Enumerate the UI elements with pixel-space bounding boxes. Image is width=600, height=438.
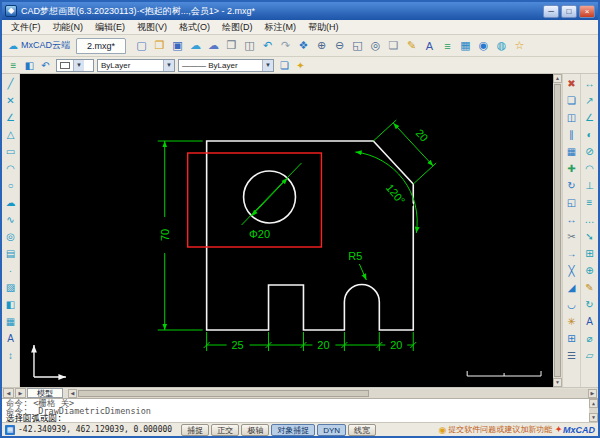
menu-edit[interactable]: 编辑(E) <box>89 20 131 35</box>
ellipse-icon[interactable]: ◎ <box>3 228 19 244</box>
center-mark-icon[interactable]: ⊕ <box>582 262 598 278</box>
close-button[interactable]: × <box>579 5 595 18</box>
dim-aligned-icon[interactable]: ↗ <box>582 92 598 108</box>
tab-scroll-left-icon[interactable]: ◀ <box>3 388 14 398</box>
horizontal-scrollbar[interactable]: ◀ ▶ <box>68 389 597 398</box>
save-file-icon[interactable]: ▣ <box>169 37 186 54</box>
dim-diameter-icon[interactable]: ⊘ <box>582 143 598 159</box>
draw-order-icon[interactable]: ❏ <box>385 37 402 54</box>
command-prompt[interactable]: 选择圆弧或圆: <box>6 415 586 423</box>
linetype-select[interactable]: ——— ByLayer ▼ <box>178 59 274 72</box>
region-icon[interactable]: ◧ <box>3 296 19 312</box>
insert-table-icon[interactable]: ▦ <box>457 37 474 54</box>
dim-radius-icon[interactable]: ◐ <box>582 126 598 142</box>
table-icon[interactable]: ▦ <box>3 313 19 329</box>
dim-continue-icon[interactable]: … <box>582 211 598 227</box>
cloud-save-icon[interactable]: ☁ <box>205 37 222 54</box>
minimize-button[interactable]: ─ <box>543 5 559 18</box>
tab-model[interactable]: 模型 <box>27 388 63 398</box>
dimension-tool-icon[interactable]: ↕ <box>3 347 19 363</box>
erase-icon[interactable]: ✖ <box>564 75 580 91</box>
measure-distance-icon[interactable]: ⌀ <box>582 330 598 346</box>
copy-icon[interactable]: ❏ <box>564 92 580 108</box>
favorite-icon[interactable]: ☆ <box>511 37 528 54</box>
tolerance-icon[interactable]: ⊞ <box>582 245 598 261</box>
dim-diameter-text[interactable]: Φ20 <box>249 228 270 240</box>
insert-block-icon[interactable]: ▤ <box>3 245 19 261</box>
point-icon[interactable]: ∙ <box>3 262 19 278</box>
polygon-icon[interactable]: △ <box>3 126 19 142</box>
leader-icon[interactable]: ➘ <box>582 228 598 244</box>
join-icon[interactable]: ⊞ <box>564 330 580 346</box>
zoom-extents-icon[interactable]: ◎ <box>367 37 384 54</box>
properties-panel-icon[interactable]: ☰ <box>564 347 580 363</box>
offset-icon[interactable]: ∥ <box>564 126 580 142</box>
dim-linear-icon[interactable]: ↔ <box>582 75 598 91</box>
spline-icon[interactable]: ∿ <box>3 211 19 227</box>
text-style-icon[interactable]: A <box>421 37 438 54</box>
feedback-link[interactable]: ◉ 提交软件问题或建议加新功能 <box>438 424 552 435</box>
menu-draw[interactable]: 绘图(D) <box>216 20 259 35</box>
rotate-icon[interactable]: ↻ <box>564 177 580 193</box>
scroll-right-icon[interactable]: ▶ <box>588 389 597 398</box>
layer-select[interactable]: ByLayer ▼ <box>97 59 175 72</box>
dim-ordinate-icon[interactable]: ⊥ <box>582 177 598 193</box>
dim-angular-icon[interactable]: ∠ <box>582 109 598 125</box>
dim-chamfer-text[interactable]: 20 <box>413 127 430 144</box>
drawing-canvas[interactable]: 70 20 120° Φ20 R5 25 20 20 <box>20 74 553 387</box>
mirror-icon[interactable]: ◫ <box>564 109 580 125</box>
toggle-polar[interactable]: 极轴 <box>241 424 269 436</box>
scroll-up-icon[interactable]: ▲ <box>589 399 598 408</box>
dim-radius-text[interactable]: R5 <box>348 250 362 262</box>
zoom-window-icon[interactable]: ◱ <box>349 37 366 54</box>
menu-view[interactable]: 视图(V) <box>131 20 173 35</box>
scroll-up-icon[interactable]: ▲ <box>553 74 562 83</box>
toggle-lineweight[interactable]: 线宽 <box>348 424 376 436</box>
match-properties-icon[interactable]: ❏ <box>277 58 292 72</box>
mtext-icon[interactable]: A <box>582 313 598 329</box>
dim-update-icon[interactable]: ↻ <box>582 296 598 312</box>
print-icon[interactable]: ❒ <box>223 37 240 54</box>
horizontal-scroll-thumb[interactable] <box>78 390 369 397</box>
arc-icon[interactable]: ◠ <box>3 160 19 176</box>
extend-icon[interactable]: → <box>564 245 580 261</box>
toggle-osnap[interactable]: 对象捕捉 <box>271 424 315 436</box>
menu-dimension[interactable]: 标注(M) <box>259 20 303 35</box>
draw-settings-icon[interactable]: ✦ <box>293 58 308 72</box>
layer-control-icon[interactable]: ◧ <box>22 58 37 72</box>
hatch-icon[interactable]: ▨ <box>3 279 19 295</box>
command-line-panel[interactable]: 命令: <栅格 关> 命令: _DrawDiametricDimension 选… <box>2 398 598 422</box>
cloud-share-icon[interactable]: ◍ <box>493 37 510 54</box>
dim-bottom-left-text[interactable]: 25 <box>231 339 243 351</box>
scroll-down-icon[interactable]: ▼ <box>553 378 562 387</box>
part-outline[interactable] <box>207 141 414 330</box>
cloud-open-icon[interactable]: ☁ <box>187 37 204 54</box>
layer-manager-icon[interactable]: ≡ <box>439 37 456 54</box>
dim-height-text[interactable]: 70 <box>159 229 171 241</box>
file-tab[interactable]: 2.mxg* <box>76 38 126 54</box>
vertical-scrollbar[interactable]: ▲ ▼ <box>553 74 562 387</box>
mxcad-cloud-button[interactable]: ☁ MxCAD云端 <box>6 39 75 52</box>
dim-bottom-right-text[interactable]: 20 <box>390 339 402 351</box>
open-file-icon[interactable]: ❐ <box>151 37 168 54</box>
explode-icon[interactable]: ✳ <box>564 313 580 329</box>
polyline-icon[interactable]: ∠ <box>3 109 19 125</box>
dim-edit-icon[interactable]: ✎ <box>582 279 598 295</box>
revision-cloud-icon[interactable]: ☁ <box>3 194 19 210</box>
layer-previous-icon[interactable]: ↶ <box>38 58 53 72</box>
text-icon[interactable]: A <box>3 330 19 346</box>
dim-bottom-mid-text[interactable]: 20 <box>317 339 329 351</box>
tab-scroll-right-icon[interactable]: ▶ <box>15 388 26 398</box>
redo-icon[interactable]: ↷ <box>277 37 294 54</box>
array-icon[interactable]: ▦ <box>564 143 580 159</box>
menu-help[interactable]: 帮助(H) <box>302 20 345 35</box>
pan-icon[interactable]: ❖ <box>295 37 312 54</box>
scale-icon[interactable]: ◱ <box>564 194 580 210</box>
menu-format[interactable]: 格式(O) <box>173 20 216 35</box>
circle-icon[interactable]: ○ <box>3 177 19 193</box>
toggle-ortho[interactable]: 正交 <box>211 424 239 436</box>
stretch-icon[interactable]: ↔ <box>564 211 580 227</box>
layer-properties-icon[interactable]: ≡ <box>6 58 21 72</box>
menu-function[interactable]: 功能(N) <box>47 20 90 35</box>
chamfer-icon[interactable]: ◢ <box>564 279 580 295</box>
